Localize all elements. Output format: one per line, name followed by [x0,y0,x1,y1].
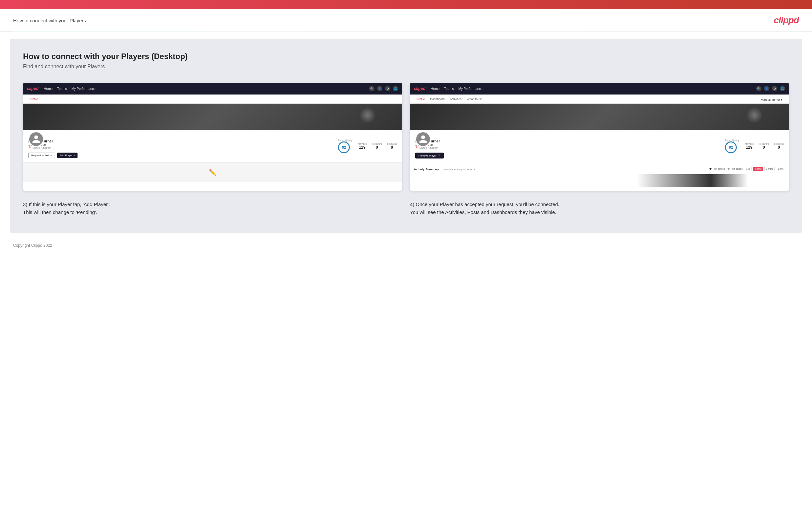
activity-header-2: Activity Summary Monthly Activity · 6 Mo… [414,166,785,172]
globe-icon-2[interactable]: 🌐 [780,86,785,91]
player-name-1: Marcus Turner [28,139,334,143]
screenshot-2: clippd Home Teams My Performance 🔍 👤 ⚙ 🌐… [410,83,789,191]
nav-teams-2[interactable]: Teams [444,87,454,91]
filter-3mths[interactable]: 3 mths [764,167,774,171]
nav-myperformance-1[interactable]: My Performance [71,87,95,91]
legend-2: On course Off course [710,168,742,170]
tab-activities-2[interactable]: Activities [447,98,464,103]
activity-chart-2 [414,174,785,187]
nav-icons-2: 🔍 👤 ⚙ 🌐 [756,86,785,91]
legend-on-course-dot [710,168,711,170]
profile-row-1: Marcus Turner 1-5 Handicap 📍 United King… [28,139,397,158]
legend-on-course-label: On course [714,168,725,170]
settings-icon-1[interactable]: ⚙ [385,86,390,91]
profile-stats-1: Player Quality 92 Activities 129 Followe… [338,139,397,153]
screenshots-row: clippd Home Teams My Performance 🔍 👤 ⚙ 🌐… [23,83,789,191]
request-follow-button-1[interactable]: Request to Follow [28,153,55,158]
tab-bar-2: Profile Dashboard Activities What To On … [410,95,789,104]
activity-title-area: Activity Summary Monthly Activity · 6 Mo… [414,166,475,172]
nav-links-2: Home Teams My Performance [430,87,756,91]
followers-stat-2: Followers 0 [759,143,769,150]
filter-1yr[interactable]: 1 yr [745,167,752,171]
tab-bar-1: Profile [23,95,402,104]
quality-circle-2: 92 [725,142,737,153]
add-player-button-1[interactable]: Add Player + [57,153,78,158]
tab-dashboard-2[interactable]: Dashboard [428,98,447,103]
activity-filters-2: 1 yr 6 mths 3 mths 1 mth [745,167,785,171]
footer: Copyright Clippd 2022 [0,239,812,252]
header-title: How to connect with your Players [13,18,86,23]
pen-icon-1: ✏️ [209,169,216,176]
remove-x-icon: ✕ [438,154,441,157]
top-bar [0,0,812,9]
nav-links-1: Home Teams My Performance [44,87,369,91]
app-logo-2: clippd [414,86,425,91]
tab-profile-2[interactable]: Profile [414,98,428,103]
activities-stat-1: Activities 129 [358,143,367,150]
search-icon-2[interactable]: 🔍 [756,86,761,91]
activities-stat-2: Activities 129 [745,143,754,150]
main-title: How to connect with your Players (Deskto… [23,52,789,61]
logo: clippd [774,15,799,25]
legend-off-course-label: Off course [732,168,743,170]
description-4-text: 4) Once your Player has accepted your re… [410,202,559,215]
activity-subtitle-2: Monthly Activity · 6 Months [444,168,475,171]
descriptions-row: 3) If this is your Player tap, 'Add Play… [23,201,789,216]
avatar-container-2 [415,131,431,147]
globe-icon-1[interactable]: 🌐 [393,86,398,91]
buttons-row-1: Request to Follow Add Player + [28,153,334,158]
profile-details-2: Marcus Turner 1-5 Handicap 📍 United King… [415,139,721,159]
profile-section-1: Marcus Turner 1-5 Handicap 📍 United King… [23,139,402,162]
activity-title-2: Activity Summary [414,168,439,171]
app-logo-1: clippd [27,86,39,91]
nav-teams-1[interactable]: Teams [57,87,67,91]
divider [13,32,799,32]
banner-decoration-2 [746,107,763,123]
nav-home-2[interactable]: Home [430,87,440,91]
activity-right: On course Off course 1 yr 6 mths 3 mths … [710,167,785,171]
screenshot-bottom-1: ✏️ [23,162,402,182]
description-3-text: 3) If this is your Player tap, 'Add Play… [23,202,110,215]
profile-banner-1 [23,104,402,130]
settings-icon-2[interactable]: ⚙ [772,86,777,91]
main-subtitle: Find and connect with your Players [23,64,789,69]
avatar-1 [28,131,44,147]
screenshot-1: clippd Home Teams My Performance 🔍 👤 ⚙ 🌐… [23,83,402,191]
filter-6mths[interactable]: 6 mths [753,167,763,171]
description-3: 3) If this is your Player tap, 'Add Play… [23,201,402,216]
avatar-container-1 [28,131,44,147]
user-icon-2[interactable]: 👤 [764,86,769,91]
profile-row-2: Marcus Turner 1-5 Handicap 📍 United King… [415,139,784,159]
description-4: 4) Once your Player has accepted your re… [410,201,789,216]
user-icon-1[interactable]: 👤 [377,86,383,91]
activity-section-2: Activity Summary Monthly Activity · 6 Mo… [410,162,789,191]
app-nav-2: clippd Home Teams My Performance 🔍 👤 ⚙ 🌐 [410,83,789,95]
profile-stats-2: Player Quality 92 Activities 129 Followe… [725,139,784,153]
buttons-row-2: Remove Player ✕ [415,153,721,159]
search-icon-1[interactable]: 🔍 [369,86,374,91]
app-nav-1: clippd Home Teams My Performance 🔍 👤 ⚙ 🌐 [23,83,402,95]
player-location-1: 📍 United Kingdom [28,146,334,149]
profile-banner-2 [410,104,789,130]
header: How to connect with your Players clippd [0,9,812,32]
tab-profile-1[interactable]: Profile [27,98,41,103]
remove-player-button-2[interactable]: Remove Player ✕ [415,153,444,159]
following-stat-2: Following 0 [774,143,784,150]
nav-myperformance-2[interactable]: My Performance [458,87,482,91]
dropdown-name-2[interactable]: Marcus Turner ▾ [758,98,785,103]
player-quality-stat-1: Player Quality 92 [338,139,352,153]
player-name-2: Marcus Turner [415,139,721,143]
filter-1mth[interactable]: 1 mth [776,167,785,171]
nav-home-1[interactable]: Home [44,87,53,91]
following-stat-1: Following 0 [387,143,397,150]
nav-icons-1: 🔍 👤 ⚙ 🌐 [369,86,398,91]
legend-off-course-dot [727,168,729,170]
player-handicap-1: 1-5 Handicap [28,143,334,146]
followers-stat-1: Followers 0 [372,143,382,150]
player-location-2: 📍 United Kingdom [415,146,721,149]
tab-whattoon-2[interactable]: What To On [464,98,485,103]
profile-details-1: Marcus Turner 1-5 Handicap 📍 United King… [28,139,334,158]
banner-decoration-1 [359,107,376,123]
player-quality-stat-2: Player Quality 92 [725,139,740,153]
copyright-text: Copyright Clippd 2022 [13,243,52,248]
